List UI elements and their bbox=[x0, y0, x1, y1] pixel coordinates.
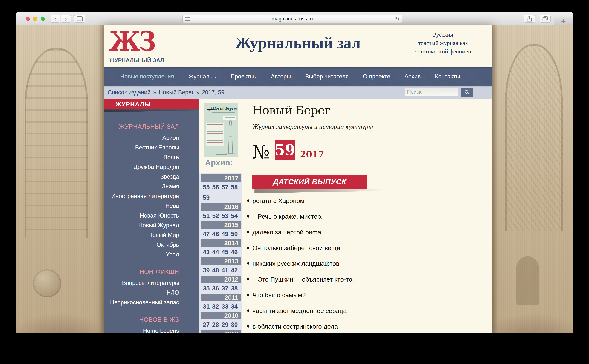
nav-item-5[interactable]: О проекте bbox=[363, 73, 390, 80]
minimize-button[interactable] bbox=[33, 17, 37, 21]
sidebar-section-2: НОВОЕ В ЖЗHomo Legens bbox=[110, 316, 179, 333]
sidebar-item[interactable]: Волга bbox=[110, 152, 179, 162]
archive-issue-link[interactable]: 50 bbox=[231, 229, 240, 239]
archive-issue-link[interactable]: 29 bbox=[222, 319, 231, 330]
archive-issue-link[interactable]: 42 bbox=[231, 265, 240, 275]
archive-issue-link[interactable]: 58 bbox=[231, 182, 240, 193]
archive-issue-row: 47484950 bbox=[201, 229, 241, 239]
archive-issue-link[interactable]: 43 bbox=[203, 247, 212, 257]
chevron-down-icon: ▾ bbox=[254, 75, 257, 79]
cover-contents-list bbox=[206, 123, 224, 146]
archive-issue-link[interactable]: 27 bbox=[203, 319, 212, 330]
archive-issue-link[interactable]: 48 bbox=[212, 229, 222, 239]
archive-issue-link[interactable]: 57 bbox=[222, 182, 231, 193]
sidebar-item[interactable]: Иностранная литература bbox=[110, 191, 179, 201]
sidebar-section-title[interactable]: ЖУРНАЛЬНЫЙ ЗАЛ bbox=[110, 123, 179, 130]
archive-label: Архив: bbox=[205, 158, 233, 167]
issue-number-row: № 59 2017 bbox=[252, 140, 484, 160]
address-bar[interactable]: magazines.russ.ru ↻ bbox=[183, 15, 402, 23]
magazine-cover[interactable]: Новый Берегъ bbox=[204, 104, 238, 157]
archive-issue-link[interactable]: 59 bbox=[203, 193, 212, 203]
nav-item-7[interactable]: Контакты bbox=[435, 73, 460, 80]
sidebar-item[interactable]: Неприкосновенный запас bbox=[110, 298, 179, 307]
archive-issue-link[interactable]: 32 bbox=[212, 301, 222, 312]
nav-item-1[interactable]: Журналы ▾ bbox=[188, 73, 216, 80]
archive-issue-link[interactable]: 41 bbox=[222, 265, 231, 275]
issue-main: Новый Берег Журнал литературы и истории … bbox=[242, 98, 492, 333]
archive-issue-link[interactable]: 47 bbox=[203, 229, 212, 239]
nav-item-0[interactable]: Новые поступления bbox=[120, 73, 174, 80]
archive-issue-link[interactable]: 38 bbox=[231, 283, 240, 294]
nav-item-4[interactable]: Выбор читателя bbox=[305, 73, 349, 80]
archive-issue-link[interactable]: 46 bbox=[231, 247, 240, 257]
sidebar-item[interactable]: Новый Журнал bbox=[110, 221, 179, 230]
breadcrumb-link-2: 2017, 59 bbox=[202, 89, 224, 96]
archive-year-bar: 2011 bbox=[201, 294, 241, 301]
toc-item-3: Он только заберет свои вещи. bbox=[247, 245, 484, 251]
nav-item-2[interactable]: Проекты ▾ bbox=[230, 73, 256, 80]
archive-issue-link[interactable]: 54 bbox=[231, 211, 240, 221]
archive-issue-link[interactable]: 55 bbox=[203, 182, 212, 193]
zoom-button[interactable] bbox=[41, 17, 45, 21]
search-button[interactable] bbox=[461, 88, 473, 97]
sidebar: ЖУРНАЛЫ ЖУРНАЛЬНЫЙ ЗАЛАрионВестник Европ… bbox=[104, 98, 199, 333]
archive-issue-link[interactable]: 37 bbox=[222, 283, 231, 294]
sidebar-toggle-button[interactable] bbox=[74, 15, 85, 23]
archive-issue-link[interactable]: 51 bbox=[203, 211, 212, 221]
sidebar-item[interactable]: Новая Юность bbox=[110, 211, 179, 221]
archive-issue-link[interactable]: 35 bbox=[203, 283, 212, 294]
url-text[interactable]: magazines.russ.ru bbox=[190, 16, 395, 22]
cover-subtitle-line bbox=[212, 112, 235, 113]
breadcrumb: Список изданий»Новый Берег»2017, 59 bbox=[108, 86, 224, 98]
nav-item-3[interactable]: Авторы bbox=[271, 73, 291, 80]
breadcrumb-link-0[interactable]: Список изданий bbox=[108, 89, 151, 96]
archive-issue-link[interactable]: 53 bbox=[222, 211, 231, 221]
reload-icon[interactable]: ↻ bbox=[395, 15, 399, 22]
archive-year-bar: 2017 bbox=[201, 174, 241, 182]
sidebar-item[interactable]: Вестник Европы bbox=[110, 143, 179, 152]
sidebar-section-title[interactable]: НОВОЕ В ЖЗ bbox=[110, 316, 179, 323]
sidebar-item[interactable]: Арион bbox=[110, 133, 179, 143]
archive-issue-link[interactable]: 49 bbox=[222, 229, 231, 239]
sidebar-item[interactable]: Урал bbox=[110, 250, 179, 260]
archive-issue-link[interactable]: 33 bbox=[222, 301, 231, 312]
archive-issue-link[interactable]: 34 bbox=[231, 301, 240, 312]
sidebar-item[interactable]: Homo Legens bbox=[110, 326, 179, 333]
tab-overview-button[interactable] bbox=[540, 15, 551, 23]
site-content: ЖЗ ЖУРНАЛЬНЫЙ ЗАЛ Журнальный зал Русский… bbox=[104, 25, 492, 333]
archive-issue-link[interactable]: 45 bbox=[222, 247, 231, 257]
new-tab-button[interactable]: + bbox=[554, 17, 573, 25]
archive-issue-row: 51525354 bbox=[201, 211, 241, 221]
search-input[interactable] bbox=[405, 88, 458, 96]
sidebar-item[interactable]: НЛО bbox=[110, 288, 179, 298]
archive-issue-link[interactable]: 40 bbox=[212, 265, 222, 275]
sidebar-item[interactable]: Нева bbox=[110, 201, 179, 211]
share-button[interactable] bbox=[524, 15, 535, 23]
reader-icon[interactable] bbox=[185, 17, 190, 20]
sidebar-item[interactable]: Дружба Народов bbox=[110, 162, 179, 172]
archive-issue-link[interactable]: 31 bbox=[203, 301, 212, 312]
sidebar-section-title[interactable]: НОН-ФИКШН bbox=[110, 268, 179, 275]
archive-issue-link[interactable]: 56 bbox=[212, 182, 222, 193]
sidebar-section-1: НОН-ФИКШНВопросы литературыНЛОНеприкосно… bbox=[110, 268, 179, 307]
close-button[interactable] bbox=[26, 17, 30, 21]
archive-issue-link[interactable]: 44 bbox=[212, 247, 222, 257]
sidebar-item[interactable]: Звезда bbox=[110, 172, 179, 182]
nav-item-6[interactable]: Архив bbox=[405, 73, 421, 80]
archive-issue-link[interactable]: 36 bbox=[212, 283, 222, 294]
sidebar-item[interactable]: Вопросы литературы bbox=[110, 278, 179, 288]
issue-number-badge: 59 bbox=[275, 140, 295, 160]
sidebar-item[interactable]: Знамя bbox=[110, 182, 179, 191]
sidebar-item[interactable]: Октябрь bbox=[110, 240, 179, 250]
issue-year: 2017 bbox=[300, 149, 324, 160]
archive-issue-link[interactable]: 39 bbox=[203, 265, 212, 275]
archive-issue-link[interactable]: 30 bbox=[231, 319, 240, 330]
forward-button[interactable]: › bbox=[61, 15, 71, 23]
archive-issue-link[interactable]: 52 bbox=[212, 211, 222, 221]
archive-issue-link[interactable]: 28 bbox=[212, 319, 222, 330]
sidebar-item[interactable]: Новый Мир bbox=[110, 230, 179, 240]
archive-issue-row: 35363738 bbox=[201, 283, 241, 294]
back-button[interactable]: ‹ bbox=[51, 15, 60, 23]
toc-item-1: – Речь о краже, мистер. bbox=[247, 213, 484, 220]
breadcrumb-link-1[interactable]: Новый Берег bbox=[159, 89, 194, 96]
